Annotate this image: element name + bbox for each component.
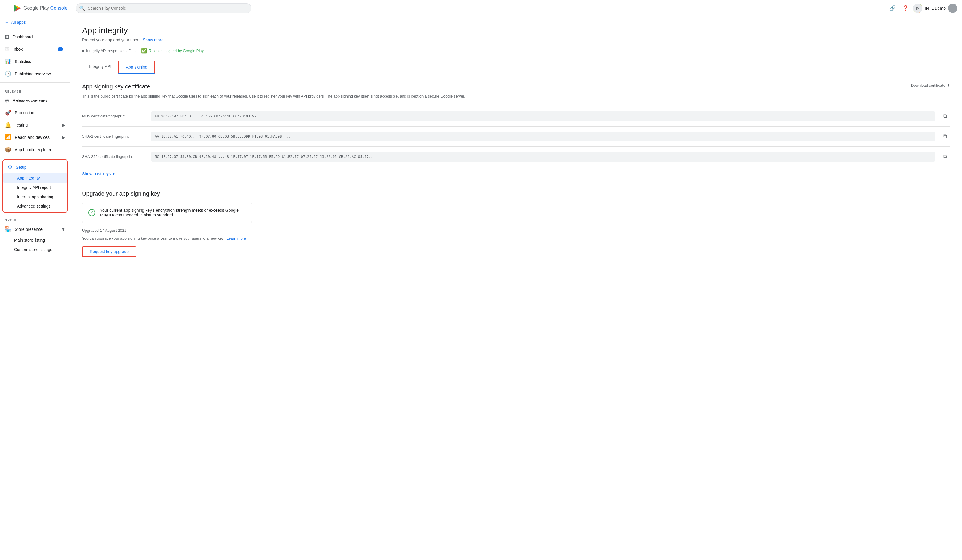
- request-key-upgrade-button[interactable]: Request key upgrade: [82, 246, 136, 257]
- user-avatar-colorful[interactable]: IN: [913, 3, 922, 13]
- sha256-label: SHA-256 certificate fingerprint: [82, 154, 147, 159]
- logo: Google Play Console: [13, 4, 68, 12]
- cert-description: This is the public certificate for the a…: [82, 93, 950, 99]
- cert-section-title: App signing key certificate: [82, 83, 150, 90]
- sidebar-label-production: Production: [15, 110, 34, 115]
- upgrade-title: Upgrade your app signing key: [82, 190, 950, 197]
- grow-section-label: Grow: [0, 216, 70, 223]
- download-icon: ⬇: [947, 83, 950, 88]
- sha256-value: 5C:4E:97:07:53:E0:CD:9E:10:48....48:1E:1…: [151, 152, 935, 162]
- sidebar-label-custom-store: Custom store listings: [14, 247, 52, 252]
- sidebar-label-inbox: Inbox: [13, 47, 23, 51]
- sidebar-item-statistics[interactable]: 📊 Statistics: [0, 55, 68, 68]
- status-separator: ·: [136, 48, 137, 53]
- search-input[interactable]: [76, 3, 252, 13]
- status-api-text: Integrity API responses off: [86, 48, 131, 53]
- sidebar-item-inbox[interactable]: ✉ Inbox 6: [0, 43, 68, 55]
- releases-icon: ⊕: [5, 97, 9, 104]
- topbar: ☰ Google Play Console 🔍 🔗 ❓ IN INTL Demo: [0, 0, 962, 16]
- copy-icon-sha256: ⧉: [943, 153, 947, 159]
- tab-app-signing[interactable]: App signing: [118, 61, 155, 74]
- sidebar-label-setup: Setup: [16, 165, 27, 170]
- sha256-copy-button[interactable]: ⧉: [940, 151, 950, 162]
- layout: ← All apps ⊞ Dashboard ✉ Inbox 6 📊 Stati…: [0, 16, 962, 560]
- reach-expand-icon: ▶: [62, 135, 65, 140]
- fingerprint-row-md5: MD5 certificate fingerprint FB:90:7E:97:…: [82, 106, 950, 127]
- md5-copy-button[interactable]: ⧉: [940, 111, 950, 122]
- sidebar-sub-item-app-integrity[interactable]: App integrity: [3, 174, 67, 183]
- page-title: App integrity: [82, 26, 950, 35]
- sidebar-sub-item-advanced-settings[interactable]: Advanced settings: [3, 201, 67, 211]
- upgrade-check-icon: ✓: [88, 209, 95, 216]
- link-icon-button[interactable]: 🔗: [887, 3, 898, 13]
- tab-integrity-api[interactable]: Integrity API: [82, 61, 118, 74]
- sidebar-item-setup[interactable]: ⚙ Setup: [3, 161, 67, 174]
- upgrade-date: Upgraded 17 August 2021: [82, 228, 950, 233]
- status-dot-icon: [82, 50, 84, 52]
- sidebar-label-reach: Reach and devices: [15, 135, 50, 140]
- sha1-copy-button[interactable]: ⧉: [940, 131, 950, 142]
- testing-expand-icon: ▶: [62, 123, 65, 127]
- chevron-down-icon: ▾: [113, 171, 115, 176]
- sidebar-label-main-store: Main store listing: [14, 238, 45, 243]
- upgrade-card-text: Your current app signing key's encryptio…: [100, 208, 246, 217]
- store-icon: 🏪: [5, 226, 11, 233]
- show-more-link[interactable]: Show more: [143, 37, 163, 42]
- copy-icon-sha1: ⧉: [943, 133, 947, 139]
- svg-text:IN: IN: [916, 6, 920, 11]
- fingerprints-container: MD5 certificate fingerprint FB:90:7E:97:…: [82, 106, 950, 167]
- topbar-actions: 🔗 ❓ IN INTL Demo: [887, 3, 957, 13]
- status-api: Integrity API responses off: [82, 48, 131, 53]
- publishing-icon: 🕐: [5, 71, 11, 77]
- setup-section: ⚙ Setup App integrity Integrity API repo…: [2, 159, 68, 212]
- divider-1: [0, 82, 70, 83]
- sidebar-sub-item-integrity-api-report[interactable]: Integrity API report: [3, 183, 67, 192]
- sidebar-item-reach-devices[interactable]: 📶 Reach and devices ▶: [0, 131, 70, 143]
- reach-icon: 📶: [5, 134, 11, 141]
- fingerprint-row-sha1: SHA-1 certificate fingerprint AA:1C:8E:A…: [82, 127, 950, 147]
- main-nav-section: ⊞ Dashboard ✉ Inbox 6 📊 Statistics 🕐 Pub…: [0, 28, 70, 82]
- avatar-icon: IN: [913, 3, 922, 13]
- sha1-label: SHA-1 certificate fingerprint: [82, 134, 147, 138]
- show-past-keys[interactable]: Show past keys ▾: [82, 167, 950, 181]
- learn-more-link[interactable]: Learn more: [227, 236, 246, 240]
- sidebar-sub-item-main-store-listing[interactable]: Main store listing: [0, 235, 68, 245]
- all-apps-link[interactable]: ← All apps: [0, 16, 70, 28]
- sidebar-label-statistics: Statistics: [15, 59, 31, 64]
- cert-section-header: App signing key certificate Download cer…: [82, 83, 950, 93]
- sidebar-item-testing[interactable]: 🔔 Testing ▶: [0, 119, 70, 131]
- all-apps-label: All apps: [11, 20, 26, 24]
- sidebar-label-dashboard: Dashboard: [13, 35, 33, 39]
- user-avatar-gray[interactable]: [948, 3, 957, 13]
- upgrade-desc: You can upgrade your app signing key onc…: [82, 236, 950, 240]
- sidebar-label-releases-overview: Releases overview: [13, 98, 47, 103]
- sidebar-sub-item-internal-app-sharing[interactable]: Internal app sharing: [3, 192, 67, 201]
- sidebar-item-production[interactable]: 🚀 Production: [0, 106, 68, 119]
- download-certificate-link[interactable]: Download certificate ⬇: [911, 83, 950, 88]
- upgrade-card: ✓ Your current app signing key's encrypt…: [82, 202, 252, 224]
- menu-icon[interactable]: ☰: [5, 5, 10, 12]
- sidebar-item-publishing-overview[interactable]: 🕐 Publishing overview: [0, 68, 68, 80]
- main-content: App integrity Protect your app and your …: [70, 16, 962, 560]
- setup-icon: ⚙: [8, 164, 12, 171]
- sidebar: ← All apps ⊞ Dashboard ✉ Inbox 6 📊 Stati…: [0, 16, 70, 560]
- fingerprint-row-sha256: SHA-256 certificate fingerprint 5C:4E:97…: [82, 147, 950, 167]
- sidebar-item-releases-overview[interactable]: ⊕ Releases overview: [0, 94, 68, 106]
- sidebar-label-testing: Testing: [15, 123, 27, 127]
- copy-icon: ⧉: [943, 113, 947, 119]
- production-icon: 🚀: [5, 109, 11, 116]
- logo-text: Google Play Console: [23, 6, 68, 11]
- sidebar-item-dashboard[interactable]: ⊞ Dashboard: [0, 31, 68, 43]
- sidebar-label-publishing: Publishing overview: [15, 71, 51, 76]
- play-logo-icon: [13, 4, 22, 12]
- dashboard-icon: ⊞: [5, 34, 9, 40]
- help-icon-button[interactable]: ❓: [900, 3, 911, 13]
- sidebar-item-app-bundle-explorer[interactable]: 📦 App bundle explorer: [0, 143, 68, 156]
- release-section-label: Release: [0, 87, 70, 94]
- statistics-icon: 📊: [5, 58, 11, 65]
- sidebar-sub-item-custom-store-listings[interactable]: Custom store listings: [0, 245, 68, 254]
- bundle-icon: 📦: [5, 146, 11, 153]
- sidebar-label-bundle: App bundle explorer: [15, 147, 51, 152]
- sidebar-item-store-presence[interactable]: 🏪 Store presence ▼: [0, 223, 70, 235]
- status-bar: Integrity API responses off · ✅ Releases…: [82, 48, 950, 54]
